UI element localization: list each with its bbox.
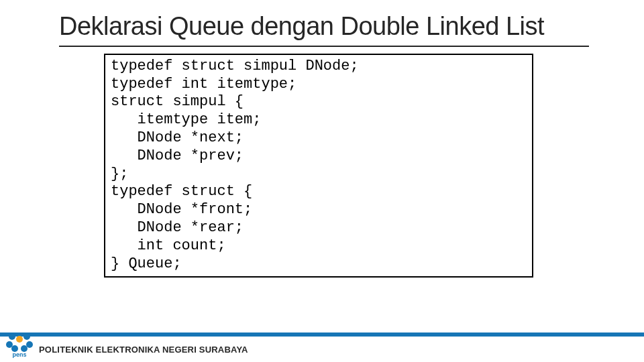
code-line: typedef int itemtype; (111, 76, 297, 93)
svg-point-2 (23, 333, 30, 340)
footer-institution: POLITEKNIK ELEKTRONIKA NEGERI SURABAYA (39, 345, 248, 355)
slide: Deklarasi Queue dengan Double Linked Lis… (0, 0, 644, 362)
footer-content: pens POLITEKNIK ELEKTRONIKA NEGERI SURAB… (0, 337, 644, 362)
logo-text: pens (12, 351, 26, 358)
code-line: itemtype item; (111, 111, 261, 128)
pens-logo-icon: pens (4, 327, 35, 358)
svg-point-1 (9, 333, 15, 340)
code-line: typedef struct { (111, 183, 252, 200)
svg-point-4 (26, 341, 33, 348)
slide-footer: pens POLITEKNIK ELEKTRONIKA NEGERI SURAB… (0, 334, 644, 362)
code-block: typedef struct simpul DNode; typedef int… (104, 54, 533, 278)
svg-point-3 (6, 341, 13, 348)
code-line: typedef struct simpul DNode; (111, 58, 359, 74)
title-underline (59, 46, 589, 47)
slide-title: Deklarasi Queue dengan Double Linked Lis… (0, 0, 644, 46)
code-line: struct simpul { (111, 93, 244, 110)
code-line: DNode *next; (111, 129, 244, 146)
svg-point-0 (16, 336, 23, 343)
code-line: } Queue; (111, 255, 182, 272)
code-line: DNode *rear; (111, 219, 244, 236)
code-line: int count; (111, 237, 226, 254)
code-line: }; (111, 166, 128, 182)
code-line: DNode *front; (111, 201, 252, 218)
code-line: DNode *prev; (111, 147, 244, 164)
